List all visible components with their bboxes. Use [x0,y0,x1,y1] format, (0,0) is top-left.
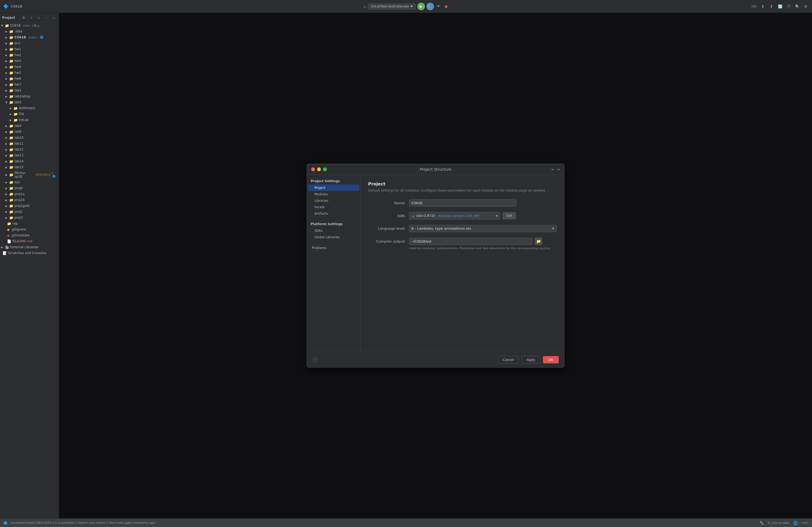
sidebar-item-lab11[interactable]: ▶ 📁 lab11 [0,140,59,147]
ok-button[interactable]: OK [543,356,559,363]
sidebar-item-proj1gold[interactable]: ▶ 📁 proj1gold [0,203,59,209]
git-history-button[interactable]: ⏱ [786,3,792,10]
sdk-select[interactable]: ☕ zulu-1.8 (2) Azul Zulu version 1.8.0_3… [409,212,500,220]
git-fetch-button[interactable]: ⬇ [760,3,766,10]
sidebar-item-proj1a[interactable]: ▶ 📁 proj1a [0,191,59,197]
sidebar-item-library-sp18[interactable]: ▶ 📁 library-sp18 d3914919 / 🔵 [0,170,59,179]
sidebar: Project ⚙ ⤢ ⤡ ⋯ — ▼ 📁 CS61B main / 6 △ ▶… [0,13,59,518]
sync-icon: / 🔵 [52,171,58,178]
sidebar-item-hw5[interactable]: ▶ 📁 hw5 [0,70,59,76]
nav-item-problems[interactable]: Problems [308,245,359,251]
sidebar-item-lab13[interactable]: ▶ 📁 lab13 [0,152,59,158]
sidebar-item-lab1[interactable]: ▶ 📁 lab1 [0,88,59,93]
nav-back-icon[interactable]: ← [552,167,555,171]
item-label: hw6 [14,77,21,80]
sidebar-item-gitignore[interactable]: ◆ .gitignore [0,226,59,232]
sidebar-item-cs61b-root[interactable]: ▼ 📁 CS61B main / 6 △ [0,22,59,28]
sidebar-item-ec1[interactable]: ▶ 📁 ec1 [0,40,59,46]
sidebar-item-arithmetic[interactable]: ▶ 📁 Arithmetic [0,105,59,111]
sidebar-item-lab14[interactable]: ▶ 📁 lab14 [0,158,59,164]
sidebar-item-lab3[interactable]: ▼ 📁 lab3 [0,99,59,105]
git-update-button[interactable]: 🔄 [777,3,783,10]
sidebar-item-rep[interactable]: 📁 rep [0,221,59,226]
sidebar-item-out[interactable]: ▶ 📁 out [0,179,59,185]
run-button[interactable]: ▶ [417,3,425,10]
sidebar-more-icon[interactable]: ⋯ [43,15,49,21]
scratches-icon: 📝 [3,251,7,255]
sidebar-item-lab2setup[interactable]: ▶ 📁 lab2setup [0,93,59,99]
sidebar-item-hw7[interactable]: ▶ 📁 hw7 [0,81,59,88]
nav-item-project[interactable]: Project [308,185,359,191]
lang-level-select[interactable]: 8 - Lambdas, type annotations etc. ▼ [409,225,557,232]
sidebar-item-ext-libs[interactable]: ▶ 📚 External Libraries [0,244,59,250]
folder-icon: 📁 [13,106,18,110]
sidebar-item-intlist[interactable]: ▶ 📁 IntList [0,117,59,123]
maximize-traffic-light[interactable] [323,167,327,171]
sidebar-item-proj0[interactable]: ▶ 📁 proj0 [0,185,59,191]
branch-badge: main [23,24,30,27]
nav-item-sdks[interactable]: SDKs [308,228,359,234]
folder-icon: 📁 [9,47,13,51]
sidebar-item-proj3[interactable]: ▶ 📁 proj3 [0,215,59,221]
sidebar-item-idea[interactable]: ▶ 📁 .idea [0,28,59,34]
sdk-edit-button[interactable]: Edit [503,212,516,219]
minimize-traffic-light[interactable] [317,167,321,171]
compiler-browse-button[interactable]: 📁 [535,238,542,245]
sidebar-item-hw4[interactable]: ▶ 📁 hw4 [0,64,59,70]
section-desc: Default settings for all modules. Config… [368,188,557,193]
nav-item-global-libraries[interactable]: Global Libraries [308,234,359,240]
chevron-icon: ▶ [5,181,8,184]
folder-icon: 📁 [9,41,13,45]
chevron-icon: ▶ [5,95,8,98]
help-button[interactable]: ? [312,357,318,363]
sidebar-item-cs61b-main[interactable]: ▶ 📁 CS61B main / 🔵 [0,34,59,40]
sidebar-collapse-icon[interactable]: ⤡ [36,15,42,21]
nav-item-modules[interactable]: Modules [308,191,359,197]
nav-item-facets[interactable]: Facets [308,204,359,210]
item-label: CS61B [14,35,26,39]
name-input[interactable] [409,199,516,207]
sidebar-expand-icon[interactable]: ⤢ [28,15,34,21]
sidebar-settings-icon[interactable]: ⚙ [21,15,27,21]
sidebar-minimize-icon[interactable]: — [51,15,57,21]
run-config-selector[interactable]: IntListTest.testCatenate ▼ [368,3,416,10]
sidebar-item-lab15[interactable]: ▶ 📁 lab15 [0,164,59,170]
compiler-output-row: Compiler output: 📁 [368,238,557,245]
settings-button[interactable]: ⚙ [803,3,809,10]
search-button[interactable]: 🔍 [794,3,800,10]
sidebar-item-hw6[interactable]: ▶ 📁 hw6 [0,76,59,81]
item-label: IntList [19,118,29,122]
item-label: lab2setup [14,94,31,98]
item-label: lab13 [14,153,24,157]
nav-item-libraries[interactable]: Libraries [308,197,359,204]
cancel-button[interactable]: Cancel [497,356,519,364]
sidebar-item-hw2[interactable]: ▶ 📁 hw2 [0,52,59,58]
sidebar-item-proj1b[interactable]: ▶ 📁 proj1b [0,197,59,203]
git-label: Git: [752,4,757,8]
apply-button[interactable]: Apply [521,356,540,364]
sidebar-item-hw3[interactable]: ▶ 📁 hw3 [0,58,59,64]
sidebar-item-gitmodules[interactable]: ◆ .gitmodules [0,232,59,238]
chevron-icon: ▶ [5,174,8,176]
item-label: .idea [14,30,23,33]
run-config-arrow: ▼ [410,5,413,8]
sidebar-item-flik[interactable]: ▶ 📁 Flik [0,111,59,117]
sidebar-item-scratches[interactable]: 📝 Scratches and Consoles [0,250,59,256]
sidebar-item-lab9[interactable]: ▶ 📁 lab9 [0,129,59,135]
nav-item-artifacts[interactable]: Artifacts [308,210,359,217]
status-right: 🔧 6 △/up-to-date 🌐 main [759,521,809,525]
coverage-button[interactable]: ☂ [436,3,441,10]
debug-button[interactable]: 🐛 [426,3,434,10]
compiler-output-input[interactable] [409,238,533,245]
sidebar-item-proj2[interactable]: ▶ 📁 proj2 [0,209,59,215]
sidebar-item-lab4[interactable]: ▶ 📁 lab4 [0,123,59,129]
chevron-icon: ▶ [5,142,8,145]
close-traffic-light[interactable] [311,167,315,171]
sidebar-item-readme[interactable]: 📄 README.md [0,238,59,244]
nav-forward-icon[interactable]: → [557,167,560,171]
sidebar-item-lab12[interactable]: ▶ 📁 lab12 [0,147,59,152]
sidebar-item-hw1[interactable]: ▶ 📁 hw1 [0,46,59,52]
stop-button[interactable]: ⏹ [443,3,449,10]
git-push-button[interactable]: ⬆ [768,3,774,10]
sidebar-item-lab10[interactable]: ▶ 📁 lab10 [0,135,59,140]
